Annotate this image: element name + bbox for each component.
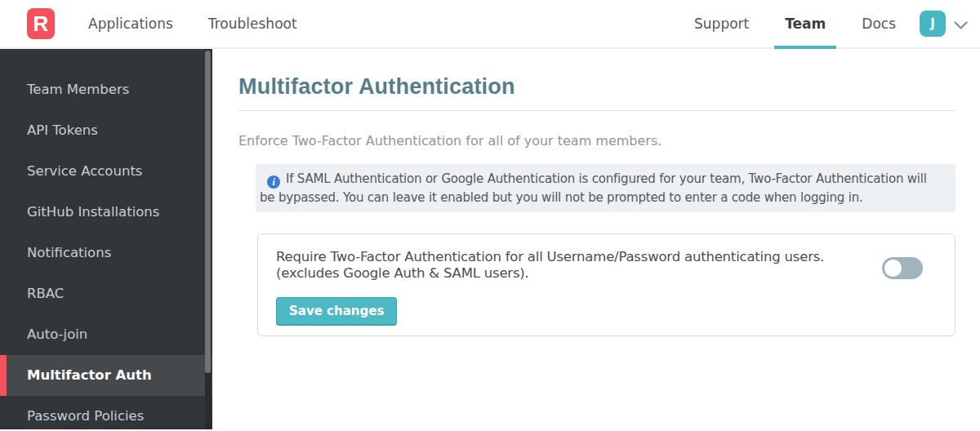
user-avatar[interactable]: J: [920, 11, 946, 37]
setting-label-line2: (excludes Google Auth & SAML users).: [276, 265, 889, 282]
app-body: Team Members API Tokens Service Accounts…: [0, 49, 980, 429]
two-factor-setting-card: Require Two-Factor Authentication for al…: [257, 233, 956, 336]
page-title: Multifactor Authentication: [238, 73, 956, 100]
sidebar-item-service-accounts[interactable]: Service Accounts: [0, 151, 212, 192]
chevron-down-icon[interactable]: [954, 21, 968, 30]
title-divider: [238, 110, 956, 111]
info-note: iIf SAML Authentication or Google Authen…: [256, 164, 956, 212]
sidebar-item-notifications[interactable]: Notifications: [0, 233, 212, 273]
navbar-left-group: Applications Troubleshoot: [88, 16, 297, 32]
nav-tab-support[interactable]: Support: [684, 0, 760, 47]
save-changes-button[interactable]: Save changes: [276, 297, 397, 326]
navbar-right-group: Support Team Docs J: [684, 0, 980, 47]
nav-tab-docs[interactable]: Docs: [851, 0, 906, 47]
sidebar-item-team-members[interactable]: Team Members: [0, 69, 212, 110]
intro-text: Enforce Two-Factor Authentication for al…: [238, 132, 956, 150]
sidebar-item-multifactor-auth[interactable]: Multifactor Auth: [0, 355, 212, 396]
sidebar-item-rbac[interactable]: RBAC: [0, 273, 212, 314]
sidebar-scrollbar-track: [205, 49, 212, 429]
sidebar-item-github-installations[interactable]: GitHub Installations: [0, 192, 212, 233]
nav-tab-team[interactable]: Team: [774, 0, 836, 47]
rollbar-logo[interactable]: R: [27, 8, 55, 39]
sidebar-scrollbar-thumb[interactable]: [205, 51, 211, 373]
info-note-text: If SAML Authentication or Google Authent…: [260, 171, 927, 205]
sidebar-item-auto-join[interactable]: Auto-join: [0, 314, 212, 355]
top-navbar: R Applications Troubleshoot Support Team…: [0, 0, 980, 49]
nav-item-troubleshoot[interactable]: Troubleshoot: [208, 16, 297, 32]
info-icon: i: [267, 176, 280, 189]
main-content: Multifactor Authentication Enforce Two-F…: [212, 49, 980, 429]
two-factor-toggle[interactable]: [882, 257, 923, 279]
toggle-knob: [884, 260, 902, 277]
settings-sidebar: Team Members API Tokens Service Accounts…: [0, 49, 212, 429]
sidebar-item-api-tokens[interactable]: API Tokens: [0, 110, 212, 151]
nav-item-applications[interactable]: Applications: [88, 16, 173, 32]
sidebar-item-password-policies[interactable]: Password Policies: [0, 396, 212, 431]
setting-label-line1: Require Two-Factor Authentication for al…: [276, 249, 889, 265]
